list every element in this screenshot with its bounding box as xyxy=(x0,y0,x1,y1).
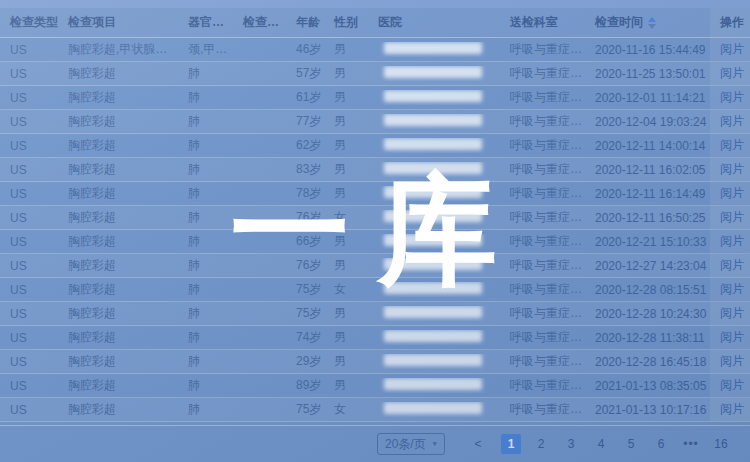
cell-exam-type: US xyxy=(0,235,58,249)
redaction-block xyxy=(384,138,482,150)
cell-exam-time: 2020-12-04 19:03:24 xyxy=(585,115,710,129)
cell-exam-time: 2020-12-28 16:45:18 xyxy=(585,355,710,369)
cell-gender: 男 xyxy=(324,257,368,274)
cell-action: 阅片 xyxy=(710,302,750,325)
sort-caret-down-icon xyxy=(648,24,656,29)
cell-gender: 男 xyxy=(324,329,368,346)
cell-exam-time: 2020-12-28 10:24:30 xyxy=(585,307,710,321)
cell-action: 阅片 xyxy=(710,254,750,277)
cell-exam-item: 胸腔彩超 xyxy=(58,305,178,322)
view-images-link[interactable]: 阅片 xyxy=(720,137,744,154)
cell-exam-type: US xyxy=(0,355,58,369)
cell-exam-type: US xyxy=(0,115,58,129)
cell-organ: 肺 xyxy=(178,65,233,82)
cell-action: 阅片 xyxy=(710,62,750,85)
cell-gender: 男 xyxy=(324,137,368,154)
cell-gender: 女 xyxy=(324,281,368,298)
page-button-3[interactable]: 3 xyxy=(561,434,581,454)
cell-organ: 肺 xyxy=(178,401,233,418)
cell-exam-item: 胸腔彩超 xyxy=(58,377,178,394)
cell-organ: 肺 xyxy=(178,353,233,370)
cell-age: 83岁 xyxy=(286,161,324,178)
chevron-down-icon: ▾ xyxy=(432,440,437,448)
redaction-block xyxy=(384,402,482,414)
cell-exam-item: 胸腔彩超,甲状腺彩超 xyxy=(58,41,178,58)
cell-exam-time: 2020-12-01 11:14:21 xyxy=(585,91,710,105)
view-images-link[interactable]: 阅片 xyxy=(720,89,744,106)
page-size-select[interactable]: 20条/页 ▾ xyxy=(377,433,445,455)
cell-age: 77岁 xyxy=(286,113,324,130)
page-button-1[interactable]: 1 xyxy=(501,434,521,454)
view-images-link[interactable]: 阅片 xyxy=(720,41,744,58)
view-images-link[interactable]: 阅片 xyxy=(720,185,744,202)
cell-department: 呼吸与重症医... xyxy=(500,113,585,130)
cell-department: 呼吸与重症医... xyxy=(500,89,585,106)
view-images-link[interactable]: 阅片 xyxy=(720,353,744,370)
cell-exam-item: 胸腔彩超 xyxy=(58,353,178,370)
view-images-link[interactable]: 阅片 xyxy=(720,281,744,298)
cell-exam-time: 2020-12-27 14:23:04 xyxy=(585,259,710,273)
cell-exam-time: 2020-12-28 08:15:51 xyxy=(585,283,710,297)
cell-organ: 肺 xyxy=(178,185,233,202)
view-images-link[interactable]: 阅片 xyxy=(720,209,744,226)
cell-exam-time: 2020-12-21 15:10:33 xyxy=(585,235,710,249)
exam-time-header-label: 检查时间 xyxy=(595,15,643,29)
cell-department: 呼吸与重症医... xyxy=(500,41,585,58)
column-header-department: 送检科室 xyxy=(500,14,585,31)
table-row: US 胸腔彩超 肺 66岁 男 呼吸与重症医... 2020-12-21 15:… xyxy=(0,230,750,254)
cell-action: 阅片 xyxy=(710,278,750,301)
cell-gender: 男 xyxy=(324,89,368,106)
table-row: US 胸腔彩超 肺 76岁 女 呼吸与重症医... 2020-12-11 16:… xyxy=(0,206,750,230)
table-row: US 胸腔彩超 肺 75岁 男 呼吸与重症医... 2020-12-28 10:… xyxy=(0,302,750,326)
page-size-value: 20条/页 xyxy=(385,436,426,453)
redaction-block xyxy=(384,90,482,102)
view-images-link[interactable]: 阅片 xyxy=(720,113,744,130)
cell-gender: 女 xyxy=(324,209,368,226)
view-images-link[interactable]: 阅片 xyxy=(720,401,744,418)
sort-carets xyxy=(648,17,656,29)
cell-action: 阅片 xyxy=(710,326,750,349)
cell-exam-type: US xyxy=(0,211,58,225)
cell-exam-type: US xyxy=(0,331,58,345)
page-button-5[interactable]: 5 xyxy=(621,434,641,454)
cell-exam-item: 胸腔彩超 xyxy=(58,89,178,106)
cell-action: 阅片 xyxy=(710,350,750,373)
cell-hospital xyxy=(368,186,500,201)
view-images-link[interactable]: 阅片 xyxy=(720,329,744,346)
redaction-block xyxy=(384,114,482,126)
cell-hospital xyxy=(368,42,500,57)
page-button-2[interactable]: 2 xyxy=(531,434,551,454)
more-pages-ellipsis[interactable]: ••• xyxy=(681,434,701,454)
cell-department: 呼吸与重症医... xyxy=(500,353,585,370)
cell-age: 89岁 xyxy=(286,377,324,394)
cell-gender: 女 xyxy=(324,401,368,418)
cell-exam-item: 胸腔彩超 xyxy=(58,113,178,130)
page-button-6[interactable]: 6 xyxy=(651,434,671,454)
cell-gender: 男 xyxy=(324,65,368,82)
cell-age: 75岁 xyxy=(286,401,324,418)
cell-exam-item: 胸腔彩超 xyxy=(58,257,178,274)
cell-gender: 男 xyxy=(324,353,368,370)
view-images-link[interactable]: 阅片 xyxy=(720,305,744,322)
view-images-link[interactable]: 阅片 xyxy=(720,377,744,394)
prev-page-button[interactable]: < xyxy=(468,434,488,454)
view-images-link[interactable]: 阅片 xyxy=(720,257,744,274)
table-body: US 胸腔彩超,甲状腺彩超 颈,甲状... 46岁 男 呼吸与重症医... 20… xyxy=(0,38,750,422)
table-row: US 胸腔彩超 肺 61岁 男 呼吸与重症医... 2020-12-01 11:… xyxy=(0,86,750,110)
cell-hospital xyxy=(368,354,500,369)
redaction-block xyxy=(384,186,482,198)
view-images-link[interactable]: 阅片 xyxy=(720,65,744,82)
redaction-block xyxy=(384,234,482,246)
cell-exam-type: US xyxy=(0,307,58,321)
cell-action: 阅片 xyxy=(710,38,750,61)
column-header-exam-time[interactable]: 检查时间 xyxy=(585,14,710,31)
view-images-link[interactable]: 阅片 xyxy=(720,233,744,250)
page-button-last[interactable]: 16 xyxy=(711,434,731,454)
view-images-link[interactable]: 阅片 xyxy=(720,161,744,178)
page-button-4[interactable]: 4 xyxy=(591,434,611,454)
cell-exam-time: 2020-11-16 15:44:49 xyxy=(585,43,710,57)
cell-action: 阅片 xyxy=(710,230,750,253)
cell-exam-type: US xyxy=(0,283,58,297)
table-row: US 胸腔彩超 肺 62岁 男 呼吸与重症医... 2020-12-11 14:… xyxy=(0,134,750,158)
cell-department: 呼吸与重症医... xyxy=(500,329,585,346)
